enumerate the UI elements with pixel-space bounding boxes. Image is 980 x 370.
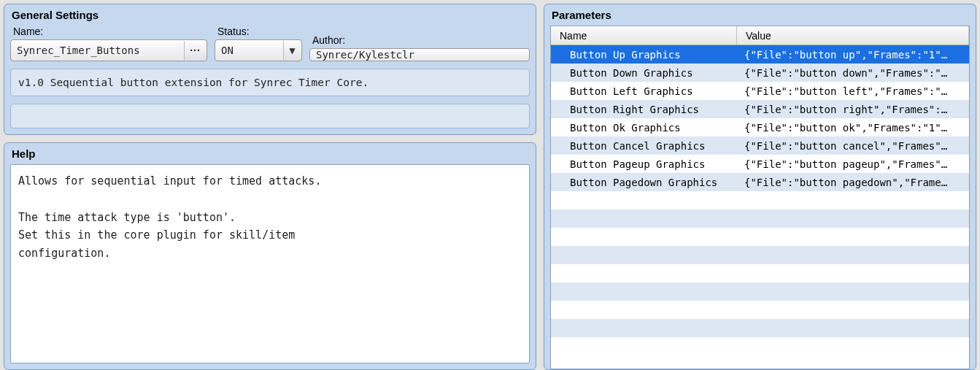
param-value: {"File":"button_ok","Frames":"1"… xyxy=(737,122,969,134)
param-value: {"File":"button_down","Frames":"… xyxy=(737,67,969,79)
parameters-table: Name Value Button Up Graphics{"File":"bu… xyxy=(550,26,970,369)
author-label: Author: xyxy=(309,34,530,46)
author-input[interactable]: Synrec/Kylestclr xyxy=(309,48,530,61)
parameters-panel: Parameters Name Value Button Up Graphics… xyxy=(544,4,976,370)
author-value: Synrec/Kylestclr xyxy=(316,49,414,61)
name-value: Synrec_Timer_Buttons xyxy=(17,45,140,56)
general-settings-panel: General Settings Name: Synrec_Timer_Butt… xyxy=(4,4,536,135)
param-value: {"File":"button_cancel","Frames"… xyxy=(737,140,969,152)
table-row[interactable]: Button Pageup Graphics{"File":"button_pa… xyxy=(551,155,969,173)
param-name: Button Pagedown Graphics xyxy=(551,177,737,188)
table-row[interactable] xyxy=(551,264,969,282)
param-name: Button Left Graphics xyxy=(551,85,737,97)
table-row[interactable] xyxy=(551,319,969,337)
name-label: Name: xyxy=(10,26,207,37)
param-name: Button Right Graphics xyxy=(551,104,737,115)
status-select[interactable]: ON ▼ xyxy=(215,39,302,61)
column-header-value[interactable]: Value xyxy=(737,26,969,45)
table-row[interactable]: Button Up Graphics{"File":"button_up","F… xyxy=(551,45,969,63)
general-settings-title: General Settings xyxy=(10,7,530,26)
table-row[interactable] xyxy=(551,246,969,264)
status-label: Status: xyxy=(215,26,302,37)
table-row[interactable]: Button Pagedown Graphics{"File":"button_… xyxy=(551,173,969,191)
param-name: Button Pageup Graphics xyxy=(551,158,737,170)
name-input[interactable]: Synrec_Timer_Buttons ··· xyxy=(10,39,207,61)
name-browse-button[interactable]: ··· xyxy=(184,41,206,60)
parameters-title: Parameters xyxy=(550,7,970,26)
table-row[interactable]: Button Ok Graphics{"File":"button_ok","F… xyxy=(551,118,969,136)
help-title: Help xyxy=(10,146,530,164)
secondary-box xyxy=(10,104,530,128)
status-value: ON xyxy=(221,45,234,56)
chevron-down-icon[interactable]: ▼ xyxy=(283,41,301,60)
param-value: {"File":"button_pageup","Frames"… xyxy=(737,158,969,170)
param-value: {"File":"button_pagedown","Frame… xyxy=(737,177,969,188)
param-name: Button Down Graphics xyxy=(551,67,737,79)
param-name: Button Ok Graphics xyxy=(551,122,737,134)
table-row[interactable]: Button Cancel Graphics{"File":"button_ca… xyxy=(551,136,969,155)
param-name: Button Up Graphics xyxy=(551,49,737,61)
table-row[interactable] xyxy=(551,191,969,209)
description-box: v1.0 Sequential button extension for Syn… xyxy=(10,69,530,96)
param-name: Button Cancel Graphics xyxy=(551,140,737,152)
param-value: {"File":"button_left","Frames":"… xyxy=(737,85,969,97)
table-row[interactable]: Button Right Graphics{"File":"button_rig… xyxy=(551,100,969,118)
table-row[interactable]: Button Left Graphics{"File":"button_left… xyxy=(551,82,969,100)
table-row[interactable] xyxy=(551,228,969,246)
column-header-name[interactable]: Name xyxy=(551,26,737,45)
param-value: {"File":"button_right","Frames":… xyxy=(737,104,969,115)
param-value: {"File":"button_up","Frames":"1"… xyxy=(737,49,969,61)
parameters-header: Name Value xyxy=(551,26,969,45)
table-row[interactable] xyxy=(551,209,969,228)
help-body[interactable]: Allows for sequential input for timed at… xyxy=(10,164,530,363)
table-row[interactable] xyxy=(551,337,969,355)
table-row[interactable] xyxy=(551,301,969,319)
table-row[interactable]: Button Down Graphics{"File":"button_down… xyxy=(551,63,969,82)
table-row[interactable] xyxy=(551,282,969,301)
help-panel: Help Allows for sequential input for tim… xyxy=(4,142,536,370)
parameters-rows: Button Up Graphics{"File":"button_up","F… xyxy=(551,45,969,369)
